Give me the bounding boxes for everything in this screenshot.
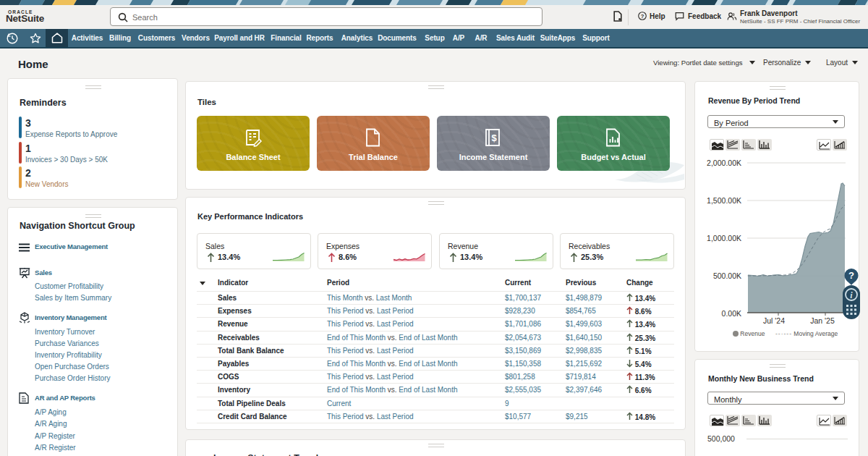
svg-text:$: $ bbox=[491, 132, 497, 143]
svg-text:?: ? bbox=[848, 270, 854, 281]
svg-text:?: ? bbox=[641, 13, 644, 20]
